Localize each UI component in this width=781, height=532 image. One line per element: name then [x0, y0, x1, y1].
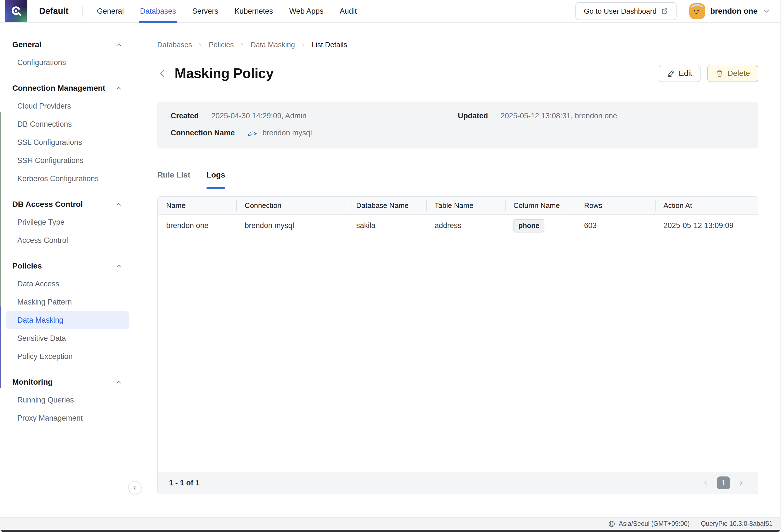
edit-button[interactable]: Edit [659, 65, 701, 82]
querypie-admin-app: Default General Databases Servers Kubern… [0, 0, 781, 532]
sidebar-item-access-control[interactable]: Access Control [0, 231, 135, 250]
dashboard-button-label: Go to User Dashboard [584, 7, 656, 16]
updated-label: Updated [458, 112, 488, 120]
trash-icon [716, 70, 724, 77]
sidebar-item-data-access[interactable]: Data Access [0, 275, 135, 293]
top-nav-kubernetes[interactable]: Kubernetes [234, 0, 273, 22]
column-header-name[interactable]: Name [158, 197, 236, 214]
chevron-up-icon [115, 379, 122, 386]
sidebar-collapse-button[interactable] [128, 481, 141, 494]
top-bar: Default General Databases Servers Kubern… [0, 0, 780, 23]
sidebar-item-sensitive-data[interactable]: Sensitive Data [0, 329, 135, 348]
created-value: 2025-04-30 14:29:09, Admin [211, 112, 307, 120]
chevron-down-icon [763, 7, 770, 15]
connection-name-text: brendon mysql [262, 129, 312, 137]
chevron-left-icon [157, 69, 167, 79]
cell-column-name: phone [505, 215, 576, 237]
tab-logs[interactable]: Logs [206, 168, 225, 189]
sidebar-item-proxy-management[interactable]: Proxy Management [0, 409, 135, 427]
delete-button[interactable]: Delete [707, 65, 758, 82]
chevron-left-icon [132, 485, 138, 491]
column-header-table-name[interactable]: Table Name [426, 197, 505, 214]
sidebar-item-ssl-configurations[interactable]: SSL Configurations [0, 133, 135, 151]
sidebar-header-label: Policies [12, 262, 42, 270]
column-header-connection[interactable]: Connection [236, 197, 348, 214]
connection-name-label: Connection Name [171, 129, 235, 137]
window-edge-blue [0, 307, 1, 388]
sidebar-header-label: General [12, 40, 41, 49]
querypie-logo[interactable] [5, 0, 27, 22]
topbar-divider [82, 6, 83, 17]
tab-rule-list[interactable]: Rule List [157, 168, 190, 189]
sidebar-item-ssh-configurations[interactable]: SSH Configurations [0, 151, 135, 170]
title-actions: Edit Delete [659, 65, 758, 82]
sidebar-item-cloud-providers[interactable]: Cloud Providers [0, 97, 135, 115]
back-button[interactable] [157, 69, 167, 79]
edit-button-label: Edit [679, 69, 692, 78]
breadcrumb-data-masking[interactable]: Data Masking [251, 41, 295, 49]
sidebar-section-policies: Policies Data Access Masking Pattern Dat… [0, 257, 135, 366]
cell-action-at: 2025-05-12 13:09:09 [655, 215, 758, 237]
logs-table: Name Connection Database Name Table Name… [157, 196, 758, 494]
user-name: brendon one [710, 7, 757, 16]
page-title: Masking Policy [174, 65, 274, 82]
go-to-user-dashboard-button[interactable]: Go to User Dashboard [575, 2, 676, 20]
table-row[interactable]: brendon one brendon mysql sakila address… [158, 215, 758, 237]
top-nav-general[interactable]: General [97, 0, 124, 22]
sidebar-item-db-connections[interactable]: DB Connections [0, 115, 135, 133]
sidebar-header-policies[interactable]: Policies [0, 257, 135, 275]
pagination-summary: 1 - 1 of 1 [169, 479, 200, 487]
cell-name: brendon one [158, 215, 236, 237]
sidebar-header-connection-management[interactable]: Connection Management [0, 79, 135, 97]
updated-field: Updated 2025-05-12 13:08:31, brendon one [458, 112, 745, 120]
sidebar-item-privilege-type[interactable]: Privilege Type [0, 213, 135, 231]
pagination-prev-button[interactable] [700, 477, 711, 488]
breadcrumb-policies[interactable]: Policies [209, 41, 234, 49]
chevron-up-icon [115, 85, 122, 92]
detail-info-panel: Created 2025-04-30 14:29:09, Admin Updat… [157, 102, 758, 148]
sidebar-section-monitoring: Monitoring Running Queries Proxy Managem… [0, 373, 135, 427]
title-row: Masking Policy Edit Delete [157, 64, 758, 82]
breadcrumb-databases[interactable]: Databases [157, 41, 192, 49]
sidebar-item-kerberos-configurations[interactable]: Kerberos Configurations [0, 170, 135, 188]
column-header-action-at[interactable]: Action At [655, 197, 758, 214]
chevron-right-icon [300, 42, 306, 47]
pagination-next-button[interactable] [736, 477, 747, 488]
pagination-page-1[interactable]: 1 [717, 477, 730, 489]
sidebar-item-policy-exception[interactable]: Policy Exception [0, 348, 135, 366]
created-field: Created 2025-04-30 14:29:09, Admin [171, 112, 458, 120]
detail-tabs: Rule List Logs [157, 168, 758, 189]
sidebar-section-db-access-control: DB Access Control Privilege Type Access … [0, 195, 135, 250]
chevron-up-icon [115, 41, 122, 48]
cell-database-name: sakila [348, 215, 426, 237]
sidebar-header-label: Monitoring [12, 378, 53, 387]
table-pagination-bar: 1 - 1 of 1 1 [158, 472, 758, 494]
cell-table-name: address [426, 215, 505, 237]
sidebar-item-configurations[interactable]: Configurations [0, 54, 135, 72]
user-menu[interactable]: brendon one [689, 3, 770, 19]
top-nav-servers[interactable]: Servers [192, 0, 218, 22]
column-header-database-name[interactable]: Database Name [348, 197, 426, 214]
main-row: General Configurations Connection Manage… [0, 23, 780, 517]
pager: 1 [700, 477, 747, 489]
chevron-up-icon [115, 201, 122, 208]
sidebar-header-db-access-control[interactable]: DB Access Control [0, 195, 135, 213]
chevron-right-icon [737, 479, 745, 487]
sidebar-header-monitoring[interactable]: Monitoring [0, 373, 135, 391]
created-label: Created [171, 112, 199, 120]
sidebar: General Configurations Connection Manage… [0, 23, 135, 517]
column-name-tag: phone [513, 219, 544, 232]
column-header-rows[interactable]: Rows [576, 197, 655, 214]
chevron-right-icon [239, 42, 245, 47]
sidebar-item-running-queries[interactable]: Running Queries [0, 391, 135, 409]
column-header-column-name[interactable]: Column Name [505, 197, 576, 214]
chevron-right-icon [198, 42, 203, 47]
top-nav-audit[interactable]: Audit [340, 0, 357, 22]
connection-name-field: Connection Name brendon mysql [171, 129, 458, 137]
sidebar-item-masking-pattern[interactable]: Masking Pattern [0, 293, 135, 311]
top-nav-databases[interactable]: Databases [140, 0, 176, 22]
sidebar-header-general[interactable]: General [0, 36, 135, 54]
sidebar-item-data-masking[interactable]: Data Masking [6, 311, 129, 329]
top-nav-web-apps[interactable]: Web Apps [289, 0, 324, 22]
sidebar-header-label: DB Access Control [12, 200, 83, 209]
